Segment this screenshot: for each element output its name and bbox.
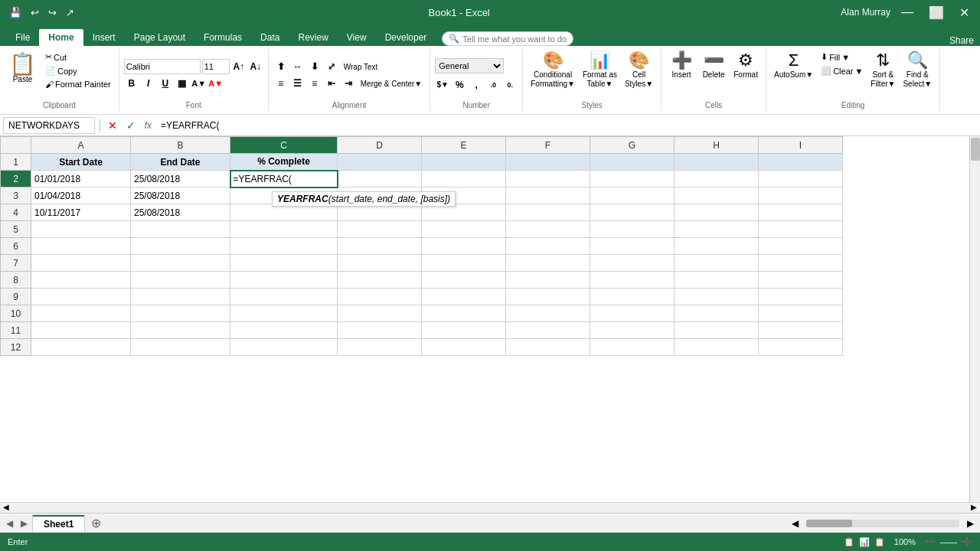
row-num-7[interactable]: 7	[1, 255, 31, 272]
col-header-i[interactable]: I	[759, 137, 843, 154]
cell-2-H[interactable]	[675, 171, 759, 187]
cell-9-G[interactable]	[590, 289, 675, 305]
cell-5-D[interactable]	[338, 221, 422, 238]
corner-cell[interactable]	[1, 137, 31, 154]
scroll-left-btn[interactable]: ◀	[0, 503, 12, 513]
cell-11-H[interactable]	[675, 322, 759, 339]
underline-button[interactable]: U	[158, 76, 173, 91]
cell-3-C[interactable]	[230, 187, 338, 204]
conditional-formatting-button[interactable]: 🎨 ConditionalFormatting▼	[528, 51, 578, 90]
sheet-prev-btn[interactable]: ◀	[3, 518, 16, 529]
text-direction-button[interactable]: ⤢	[324, 59, 339, 74]
align-middle-button[interactable]: ↔	[290, 59, 305, 74]
cell-10-D[interactable]	[338, 305, 422, 322]
cell-4-D[interactable]	[338, 204, 422, 221]
formula-input[interactable]	[158, 119, 977, 132]
cell-2-B[interactable]: 25/08/2018	[131, 171, 230, 187]
cell-11-I[interactable]	[759, 322, 843, 339]
cell-7-I[interactable]	[759, 255, 843, 272]
cell-8-A[interactable]	[31, 272, 131, 289]
cell-1-H[interactable]	[675, 154, 759, 171]
page-layout-view-btn[interactable]: 📊	[859, 537, 870, 547]
cell-9-A[interactable]	[31, 289, 131, 305]
delete-button[interactable]: ➖ Delete	[698, 51, 729, 81]
cell-2-G[interactable]	[590, 171, 675, 187]
col-header-b[interactable]: B	[131, 137, 230, 154]
cell-8-F[interactable]	[506, 272, 590, 289]
increase-decimal-btn[interactable]: 0.	[502, 77, 518, 93]
redo-icon[interactable]: ↪	[45, 5, 60, 20]
normal-view-btn[interactable]: 📋	[844, 537, 854, 547]
number-format-select[interactable]: General Number Currency Accounting Short…	[435, 58, 504, 73]
row-num-9[interactable]: 9	[1, 289, 31, 305]
tab-view[interactable]: View	[338, 29, 376, 46]
cell-1-E[interactable]	[422, 154, 506, 171]
find-select-button[interactable]: 🔍 Find &Select▼	[900, 51, 935, 90]
cell-7-G[interactable]	[590, 255, 675, 272]
cell-11-D[interactable]	[338, 322, 422, 339]
wrap-text-button[interactable]: Wrap Text	[341, 61, 381, 73]
bold-button[interactable]: B	[124, 76, 139, 91]
undo-icon[interactable]: ↩	[28, 5, 42, 20]
align-center-button[interactable]: ☰	[290, 76, 305, 91]
tab-formulas[interactable]: Formulas	[194, 29, 251, 46]
add-sheet-button[interactable]: ⊕	[87, 516, 106, 530]
increase-font-btn[interactable]: A↑	[231, 59, 247, 74]
cell-3-D[interactable]	[338, 187, 422, 204]
cell-7-F[interactable]	[506, 255, 590, 272]
cell-6-I[interactable]	[759, 238, 843, 255]
cell-11-A[interactable]	[31, 322, 131, 339]
vertical-scrollbar[interactable]	[969, 136, 980, 502]
tab-insert[interactable]: Insert	[83, 29, 125, 46]
cell-11-B[interactable]	[131, 322, 230, 339]
font-color-button[interactable]: A▼	[208, 76, 224, 91]
minimize-button[interactable]: —	[897, 4, 918, 21]
zoom-in-btn[interactable]: ➕	[962, 537, 972, 547]
cell-9-E[interactable]	[422, 289, 506, 305]
cell-3-G[interactable]	[590, 187, 675, 204]
tab-page-layout[interactable]: Page Layout	[125, 29, 194, 46]
cell-10-H[interactable]	[675, 305, 759, 322]
cell-3-A[interactable]: 01/04/2018	[31, 187, 131, 204]
col-header-h[interactable]: H	[675, 137, 759, 154]
col-header-e[interactable]: E	[422, 137, 506, 154]
cell-6-E[interactable]	[422, 238, 506, 255]
zoom-out-btn[interactable]: ➖	[925, 537, 936, 547]
horizontal-scroll-left[interactable]: ◀	[789, 518, 802, 529]
increase-indent-button[interactable]: ⇥	[341, 76, 356, 91]
zoom-slider[interactable]: ——	[940, 537, 957, 546]
font-name-input[interactable]	[124, 59, 201, 74]
cell-9-C[interactable]	[230, 289, 338, 305]
col-header-f[interactable]: F	[506, 137, 590, 154]
save-icon[interactable]: 💾	[6, 5, 24, 20]
cell-11-C[interactable]	[230, 322, 338, 339]
col-header-d[interactable]: D	[338, 137, 422, 154]
cell-3-B[interactable]: 25/08/2018	[131, 187, 230, 204]
cell-5-A[interactable]	[31, 221, 131, 238]
sheet-tab-sheet1[interactable]: Sheet1	[32, 515, 85, 532]
cell-8-E[interactable]	[422, 272, 506, 289]
cell-6-F[interactable]	[506, 238, 590, 255]
cell-1-D[interactable]	[338, 154, 422, 171]
cell-4-A[interactable]: 10/11/2017	[31, 204, 131, 221]
cell-11-F[interactable]	[506, 322, 590, 339]
cell-5-F[interactable]	[506, 221, 590, 238]
cell-7-H[interactable]	[675, 255, 759, 272]
cell-1-G[interactable]	[590, 154, 675, 171]
tell-me-box[interactable]: 🔍 Tell me what you want to do	[442, 31, 573, 46]
comma-btn[interactable]: ,	[469, 77, 484, 93]
cell-6-H[interactable]	[675, 238, 759, 255]
cell-9-F[interactable]	[506, 289, 590, 305]
clear-button[interactable]: ⬜ Clear ▼	[818, 64, 866, 77]
cut-button[interactable]: ✂ Cut	[42, 51, 114, 64]
row-num-8[interactable]: 8	[1, 272, 31, 289]
col-header-c[interactable]: C	[230, 137, 338, 154]
cell-10-F[interactable]	[506, 305, 590, 322]
cell-12-B[interactable]	[131, 339, 230, 356]
cell-11-E[interactable]	[422, 322, 506, 339]
cell-10-G[interactable]	[590, 305, 675, 322]
cell-4-C[interactable]	[230, 204, 338, 221]
cell-1-B[interactable]: End Date	[131, 154, 230, 171]
cell-5-I[interactable]	[759, 221, 843, 238]
cell-4-G[interactable]	[590, 204, 675, 221]
